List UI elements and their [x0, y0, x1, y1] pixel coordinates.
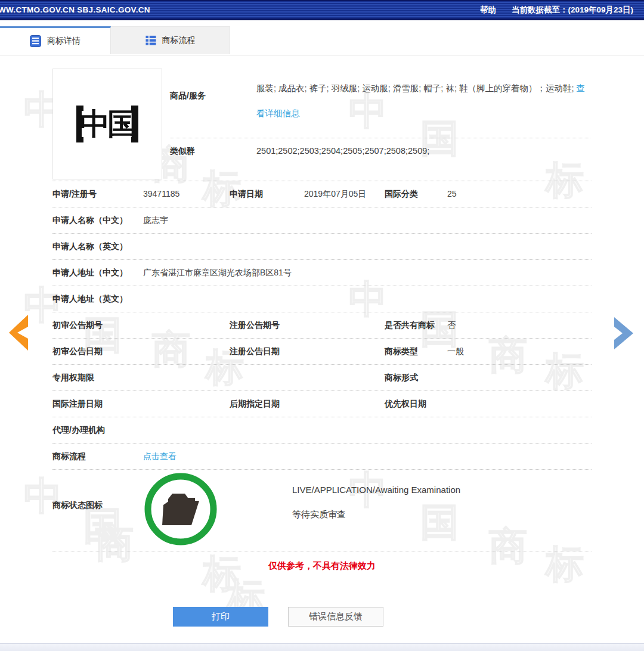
- trademark-logo: 中国: [76, 104, 138, 144]
- goods-services-value: 服装; 成品衣; 裤子; 羽绒服; 运动服; 滑雪服; 帽子; 袜; 鞋（脚上的…: [256, 76, 588, 126]
- goods-services-label: 商品/服务: [170, 91, 206, 101]
- next-record-arrow-icon[interactable]: [612, 316, 634, 351]
- field-value: 一般: [447, 339, 464, 364]
- row-exclusive-right-period: 专用权期限商标形式: [52, 365, 592, 391]
- field-label: 国际注册日期: [52, 391, 103, 417]
- field-label: 优先权日期: [385, 391, 426, 417]
- row-application-number: 申请/注册号39471185申请日期2019年07月05日国际分类25: [52, 181, 592, 207]
- tab-label: 商标详情: [47, 36, 80, 46]
- field-label: 申请/注册号: [52, 181, 97, 207]
- row-applicant-address-cn: 申请人地址（中文）广东省湛江市麻章区湖光农场部B区81号: [52, 260, 592, 286]
- tab-label: 商标流程: [162, 35, 196, 46]
- site-urls: WW.CTMO.GOV.CN SBJ.SAIC.GOV.CN: [0, 5, 150, 14]
- field-label: 注册公告日期: [230, 339, 280, 364]
- field-label: 申请人名称（中文）: [52, 207, 128, 233]
- disclaimer-text: 仅供参考，不具有法律效力: [0, 560, 644, 572]
- field-label: 商标形式: [385, 365, 418, 390]
- list-icon: [145, 35, 156, 46]
- field-label: 商标类型: [385, 339, 418, 364]
- field-value: 25: [447, 181, 457, 207]
- similar-group-label: 类似群: [170, 146, 195, 157]
- similar-group-value: 2501;2502;2503;2504;2505;2507;2508;2509;: [256, 146, 429, 156]
- row-process: 商标流程点击查看: [52, 444, 592, 470]
- field-value: 庞志宇: [143, 207, 168, 233]
- row-first-trial-gazette-date: 初审公告日期注册公告日期商标类型一般: [52, 339, 592, 365]
- tab-trademark-process[interactable]: 商标流程: [111, 26, 230, 54]
- status-text-block: LIVE/APPLICATION/Awaiting Examination 等待…: [292, 485, 460, 520]
- field-label: 后期指定日期: [230, 391, 280, 417]
- field-value: 广东省湛江市麻章区湖光农场部B区81号: [143, 260, 292, 286]
- divider: [170, 138, 590, 138]
- status-text-en: LIVE/APPLICATION/Awaiting Examination: [292, 485, 460, 495]
- footer-bar: [0, 643, 644, 651]
- print-button[interactable]: 打印: [173, 607, 268, 627]
- status-icon-label: 商标状态图标: [52, 500, 103, 511]
- previous-record-arrow-icon[interactable]: [8, 314, 29, 351]
- row-applicant-name-cn: 申请人名称（中文）庞志宇: [52, 207, 592, 234]
- goods-services-text: 服装; 成品衣; 裤子; 羽绒服; 运动服; 滑雪服; 帽子; 袜; 鞋（脚上的…: [256, 83, 577, 93]
- field-label: 申请人地址（英文）: [52, 286, 128, 312]
- field-label: 专用权期限: [52, 365, 94, 390]
- top-bar: WW.CTMO.GOV.CN SBJ.SAIC.GOV.CN 帮助 当前数据截至…: [0, 0, 644, 20]
- field-label: 注册公告期号: [230, 312, 280, 338]
- feedback-button[interactable]: 错误信息反馈: [288, 607, 383, 627]
- field-label: 代理/办理机构: [52, 417, 105, 443]
- tab-bar: 商标详情 商标流程: [0, 26, 644, 55]
- field-label: 是否共有商标: [385, 312, 435, 338]
- row-applicant-address-en: 申请人地址（英文）: [52, 286, 592, 312]
- status-text-zh: 等待实质审查: [292, 509, 460, 520]
- field-label: 申请人地址（中文）: [52, 260, 128, 286]
- row-agency: 代理/办理机构: [52, 417, 592, 444]
- row-international-reg-date: 国际注册日期后期指定日期优先权日期: [52, 391, 592, 417]
- field-label: 商标流程: [52, 444, 86, 469]
- detail-table: 申请/注册号39471185申请日期2019年07月05日国际分类25申请人名称…: [52, 181, 592, 470]
- field-label: 申请人名称（英文）: [52, 234, 128, 259]
- help-link[interactable]: 帮助: [480, 5, 496, 16]
- logo-text: 中国: [80, 104, 135, 144]
- field-value: 39471185: [143, 181, 179, 207]
- field-value: 2019年07月05日: [304, 181, 366, 207]
- trademark-image: 中国: [52, 69, 162, 179]
- row-applicant-name-en: 申请人名称（英文）: [52, 234, 592, 260]
- document-icon: [30, 35, 41, 47]
- field-label: 国际分类: [385, 181, 418, 207]
- row-first-trial-gazette-no: 初审公告期号注册公告期号是否共有商标否: [52, 312, 592, 339]
- logo-right-bracket: [131, 106, 138, 142]
- status-folder-icon: [143, 472, 218, 547]
- data-cutoff-date: 当前数据截至：(2019年09月23日): [512, 5, 633, 16]
- field-value: 否: [447, 312, 456, 338]
- field-label: 初审公告日期: [52, 339, 103, 364]
- field-label: 申请日期: [230, 181, 263, 207]
- process-view-link[interactable]: 点击查看: [143, 444, 177, 469]
- row-trademark-status: 商标状态图标 LIVE/APPLICATION/Awaiting Examina…: [52, 467, 592, 551]
- field-label: 初审公告期号: [52, 312, 103, 338]
- tab-trademark-detail[interactable]: 商标详情: [0, 26, 111, 54]
